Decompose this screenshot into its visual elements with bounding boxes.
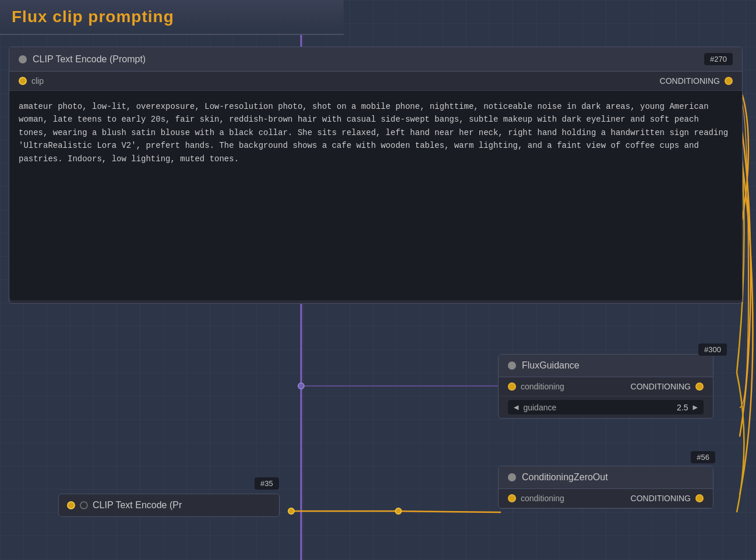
page-title: Flux clip prompting <box>12 8 174 26</box>
node-main-title: CLIP Text Encode (Prompt) <box>33 54 146 65</box>
flux-input-left: conditioning <box>508 382 564 391</box>
guidance-row: ◀ guidance 2.5 ▶ <box>499 396 713 418</box>
clip-bottom-badge: #35 <box>255 477 279 490</box>
flux-conditioning-input[interactable] <box>508 382 516 391</box>
node-main-header: CLIP Text Encode (Prompt) #270 <box>9 47 742 72</box>
cond-input-label: conditioning <box>521 494 564 503</box>
flux-title: FluxGuidance <box>522 360 580 371</box>
conditioning-output-label: CONDITIONING <box>660 76 720 86</box>
guidance-increment[interactable]: ▶ <box>693 402 698 412</box>
flux-guidance-badge: #300 <box>698 343 727 356</box>
clip-input-label: clip <box>31 76 44 86</box>
guidance-control: ◀ guidance 2.5 ▶ <box>508 400 704 414</box>
node-clip-bottom: CLIP Text Encode (Pr <box>58 494 280 517</box>
flux-output-label: CONDITIONING <box>631 382 691 391</box>
cond-header: ConditioningZeroOut <box>499 466 713 489</box>
prompt-textarea[interactable]: amateur photo, low-lit, overexposure, Lo… <box>9 91 742 300</box>
guidance-label: guidance <box>523 403 672 412</box>
node-main-io-row: clip CONDITIONING <box>9 72 742 91</box>
io-left-clip: clip <box>19 76 44 86</box>
node-conditioning-zero: ConditioningZeroOut conditioning CONDITI… <box>498 466 713 509</box>
node-main-badge: #270 <box>704 53 733 65</box>
flux-io-row: conditioning CONDITIONING <box>499 377 713 396</box>
cond-input-left: conditioning <box>508 494 564 503</box>
node-clip-main: CLIP Text Encode (Prompt) #270 clip COND… <box>9 47 743 304</box>
flux-conditioning-output[interactable] <box>695 382 704 391</box>
connection-dot-center <box>298 382 305 389</box>
flux-status-dot <box>508 361 516 370</box>
cond-output-label: CONDITIONING <box>631 494 691 503</box>
flux-output-right: CONDITIONING <box>631 382 704 391</box>
clip-input-connector[interactable] <box>19 77 27 85</box>
cond-conditioning-output[interactable] <box>695 494 704 502</box>
cond-output-right: CONDITIONING <box>631 494 704 503</box>
clip-bottom-title: CLIP Text Encode (Pr <box>93 500 182 511</box>
flux-input-label: conditioning <box>521 382 564 391</box>
cond-zero-badge: #56 <box>691 451 715 463</box>
io-right-conditioning: CONDITIONING <box>660 76 733 86</box>
flux-header: FluxGuidance <box>499 355 713 377</box>
title-bar: Flux clip prompting <box>0 0 344 35</box>
clip-bottom-input-1[interactable] <box>67 501 75 509</box>
node-flux-guidance: FluxGuidance conditioning CONDITIONING ◀… <box>498 354 713 419</box>
connection-dot-bottom-left <box>288 508 295 515</box>
cond-title: ConditioningZeroOut <box>522 472 608 483</box>
cond-conditioning-input[interactable] <box>508 494 516 502</box>
prompt-textarea-container: amateur photo, low-lit, overexposure, Lo… <box>9 91 742 303</box>
guidance-value: 2.5 <box>677 403 688 412</box>
cond-io-row: conditioning CONDITIONING <box>499 489 713 508</box>
conditioning-output-connector[interactable] <box>725 77 733 85</box>
node-status-dot <box>19 55 27 63</box>
clip-bottom-input-2[interactable] <box>80 501 88 509</box>
connection-dot-bottom-mid <box>395 508 402 515</box>
guidance-decrement[interactable]: ◀ <box>514 402 518 412</box>
cond-status-dot <box>508 473 516 481</box>
